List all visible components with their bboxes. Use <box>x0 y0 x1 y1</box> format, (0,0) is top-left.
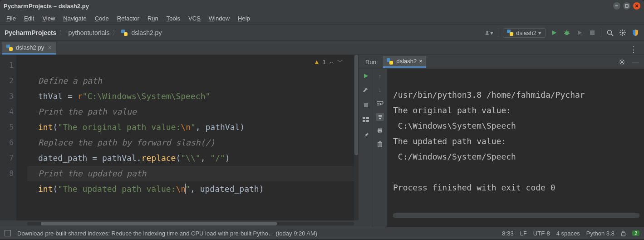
main-area: 1 2 3 4 5 6 7 8 Define a path thVal = r"… <box>0 55 644 227</box>
breadcrumb-file[interactable]: dslash2.py <box>131 29 162 36</box>
line-number: 1 <box>0 58 14 73</box>
soft-wrap-icon[interactable] <box>376 99 384 107</box>
indent-setting[interactable]: 4 spaces <box>556 230 580 237</box>
arrow-up-icon[interactable]: ↑ <box>376 72 384 80</box>
console-output[interactable]: /usr/bin/python3.8 /home/fahmida/Pychar … <box>387 69 644 227</box>
line-number: 4 <box>0 104 14 120</box>
shield-icon[interactable] <box>631 29 639 36</box>
arrow-down-icon[interactable]: ↓ <box>376 85 384 94</box>
run-console-gutter: ↑ ↓ <box>373 69 387 227</box>
menu-file[interactable]: File <box>3 14 20 23</box>
svg-line-31 <box>623 63 624 64</box>
tab-actions-menu-icon[interactable]: ⋮ <box>625 45 642 55</box>
run-action-gutter <box>359 69 373 227</box>
python-file-icon <box>387 58 393 65</box>
menu-view[interactable]: View <box>39 14 59 23</box>
window-close-button[interactable] <box>633 2 640 10</box>
editor-scrollbar-horizontal[interactable] <box>0 220 359 227</box>
svg-rect-13 <box>590 30 595 35</box>
close-tab-icon[interactable]: × <box>48 45 51 51</box>
notifications-badge[interactable]: 2 <box>632 230 639 236</box>
svg-line-15 <box>611 34 613 36</box>
line-number: 2 <box>0 73 14 89</box>
code-token: "The updated path value: <box>58 184 176 194</box>
code-token: Print the updated path <box>38 169 146 178</box>
svg-rect-43 <box>378 142 382 147</box>
hide-tool-window-icon[interactable]: — <box>631 58 639 66</box>
svg-marker-34 <box>364 74 368 78</box>
code-token: thVal = <box>38 91 78 101</box>
trash-icon[interactable] <box>376 140 384 148</box>
console-scrollbar-horizontal[interactable] <box>393 213 639 218</box>
debug-button[interactable] <box>563 29 571 36</box>
layout-icon[interactable] <box>362 115 370 124</box>
menu-code[interactable]: Code <box>91 14 113 23</box>
code-token: , <box>201 153 211 163</box>
svg-line-7 <box>565 31 565 32</box>
window-title: PycharmProjects – dslash2.py <box>4 3 89 10</box>
toolbar-separator <box>498 29 498 37</box>
scrollbar-thumb[interactable] <box>41 222 277 225</box>
svg-line-33 <box>619 63 620 64</box>
run-config-name: dslash2 <box>516 30 536 36</box>
tool-windows-toggle-icon[interactable] <box>5 230 11 236</box>
scroll-to-end-icon[interactable] <box>376 113 384 121</box>
menu-run[interactable]: Run <box>144 14 162 23</box>
code-area[interactable]: 1 2 3 4 5 6 7 8 Define a path thVal = r"… <box>0 55 359 220</box>
menu-edit[interactable]: Edit <box>20 14 38 23</box>
code-token: "/" <box>210 153 225 163</box>
stop-button[interactable] <box>588 30 596 35</box>
lock-icon[interactable] <box>621 230 626 236</box>
svg-line-32 <box>623 60 624 60</box>
breadcrumb-project[interactable]: PycharmProjects <box>5 29 56 36</box>
run-button[interactable] <box>550 30 558 36</box>
console-line: The original path value: <box>393 105 511 115</box>
code-token: Replace the path by forward slash(/) <box>38 138 215 147</box>
line-number: 7 <box>0 150 14 166</box>
svg-rect-1 <box>625 5 628 7</box>
file-encoding[interactable]: UTF-8 <box>533 230 550 237</box>
caret-position[interactable]: 8:33 <box>502 230 513 237</box>
status-message[interactable]: Download pre-built shared indexes: Reduc… <box>17 230 317 237</box>
chevron-up-icon[interactable]: ︿ <box>329 58 334 66</box>
inspection-widget[interactable]: ▲ 1 ︿ ﹀ <box>314 58 343 66</box>
navigation-bar: PycharmProjects 〉 pythontutorials 〉 dsla… <box>0 25 644 41</box>
breadcrumb-folder[interactable]: pythontutorials <box>68 29 109 36</box>
chevron-down-icon[interactable]: ﹀ <box>337 58 343 66</box>
add-user-icon[interactable]: + ▾ <box>485 29 493 36</box>
python-interpreter[interactable]: Python 3.8 <box>586 230 615 237</box>
console-line: The updated path value: <box>393 136 506 146</box>
search-everywhere-button[interactable] <box>606 29 614 36</box>
svg-point-2 <box>487 31 488 33</box>
editor-tab-active[interactable]: dslash2.py × <box>2 42 56 55</box>
menu-tools[interactable]: Tools <box>163 14 184 23</box>
code-token: Define a path <box>38 76 102 85</box>
window-minimize-button[interactable] <box>613 2 620 10</box>
menu-navigate[interactable]: Navigate <box>59 14 90 23</box>
pin-icon[interactable] <box>362 130 370 138</box>
code-token: , updated_path) <box>190 184 264 194</box>
window-maximize-button[interactable] <box>623 2 630 10</box>
menu-vcs[interactable]: VCS <box>185 14 204 23</box>
close-tab-icon[interactable]: × <box>419 58 423 65</box>
svg-rect-42 <box>379 131 381 133</box>
stop-icon[interactable] <box>362 101 370 109</box>
main-menubar: File Edit View Navigate Code Refactor Ru… <box>0 12 644 25</box>
print-icon[interactable] <box>376 126 384 135</box>
menu-refactor[interactable]: Refactor <box>113 14 143 23</box>
breadcrumbs: PycharmProjects 〉 pythontutorials 〉 dsla… <box>5 29 162 37</box>
run-configuration-selector[interactable]: dslash2 ▾ <box>503 28 546 38</box>
run-coverage-button[interactable] <box>575 30 584 36</box>
code-token: int <box>38 184 53 194</box>
menu-help[interactable]: Help <box>234 14 254 23</box>
wrench-icon[interactable] <box>362 86 370 95</box>
menu-window[interactable]: Window <box>205 14 233 23</box>
tool-window-settings-icon[interactable] <box>618 59 626 65</box>
rerun-button[interactable] <box>362 72 370 80</box>
code-text[interactable]: Define a path thVal = r"C:\Windows\Syste… <box>30 55 359 220</box>
python-file-icon <box>507 30 513 36</box>
settings-button[interactable] <box>619 29 627 36</box>
run-tab-label: dslash2 <box>396 58 417 65</box>
line-separator[interactable]: LF <box>520 230 527 237</box>
run-tab-active[interactable]: dslash2 × <box>383 56 426 68</box>
